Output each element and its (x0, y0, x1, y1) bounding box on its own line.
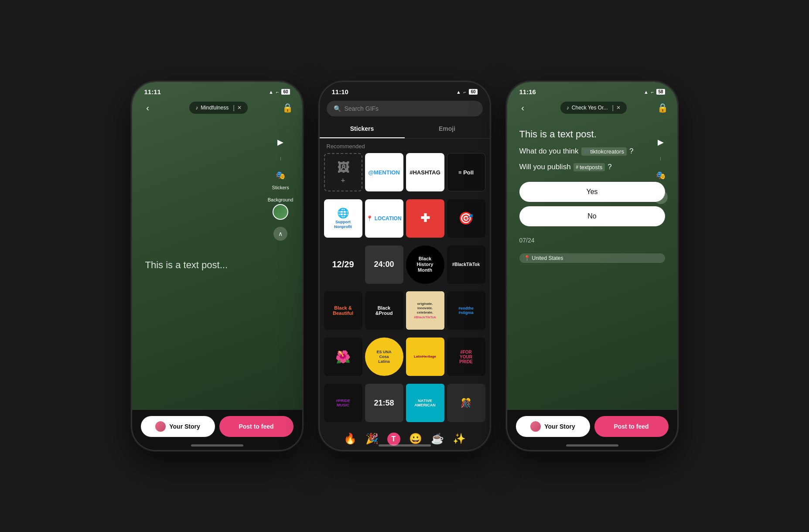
tiktok-icon: 🎵 (584, 149, 589, 154)
canvas-text-1[interactable]: This is a text post... (145, 259, 228, 271)
mention-tag-1[interactable]: 🎵 tiktokcreators (581, 147, 627, 156)
line3-prefix: Will you publish (519, 163, 571, 171)
mention-tag-2[interactable]: # textposts (573, 163, 605, 171)
add-photo-icon: 🖼 (337, 160, 349, 175)
emoji-coffee[interactable]: ☕ (431, 433, 444, 446)
sticker-location[interactable]: 📍 LOCATION (365, 199, 403, 238)
mention2-text: textposts (580, 164, 602, 171)
sticker-pride-music[interactable]: #PRIDEMUSIC (324, 384, 362, 422)
close-icon-3[interactable]: ✕ (616, 105, 621, 111)
location-pin-icon: 📍 (524, 255, 530, 261)
sticker-latin-heritage[interactable]: LatinHeritage (406, 338, 444, 376)
poll-text: ≡ Poll (458, 169, 474, 176)
tab-emoji[interactable]: Emoji (405, 120, 490, 138)
back-button-3[interactable]: ‹ (516, 101, 530, 115)
originate-text: originate.innovate.celebrate.#BlackTikTo… (413, 301, 437, 321)
sticker-support-nonprofit[interactable]: 🌐 SupportNonprofit (324, 199, 362, 238)
sticker-black-proud[interactable]: Black&Proud (365, 291, 403, 330)
sticker-clock-2400[interactable]: 24:00 (365, 246, 403, 284)
mention-text: @MENTION (368, 169, 400, 176)
sticker-misc[interactable]: 🎊 (447, 384, 485, 422)
sticker-add[interactable]: 🖼 + (324, 153, 362, 191)
status-bar-2: 11:10 ▲ ⌐ 60 (320, 82, 490, 97)
endthe-text: #endthe#stigma (458, 306, 474, 315)
sticker-originate[interactable]: originate.innovate.celebrate.#BlackTikTo… (406, 291, 444, 330)
health-icon: ✚ (420, 211, 430, 225)
phones-container: 11:11 ▲ ⌐ 60 ‹ ♪ Mindfulness | ✕ 🔒 (132, 82, 677, 450)
post-feed-button-3[interactable]: Post to feed (594, 416, 669, 437)
preview-canvas-3: This is a text post. What do you think 🎵… (507, 120, 677, 410)
location-text-3: United States (532, 255, 563, 261)
pride-text: #FORYOURPRIDE (459, 350, 473, 364)
search-bar-2[interactable]: 🔍 Search GIFs (327, 101, 483, 116)
play-icon-3[interactable]: ▶ (653, 134, 669, 150)
sticker-mention[interactable]: @MENTION (365, 153, 403, 191)
emoji-party[interactable]: 🎉 (365, 433, 379, 446)
background-tool-1[interactable]: Background (268, 197, 294, 220)
your-story-label-3: Your Story (544, 423, 575, 430)
poll-yes-3[interactable]: Yes (519, 182, 665, 202)
chevron-down-3[interactable]: ∨ (654, 190, 668, 204)
section-label-2: Recommended (320, 139, 490, 152)
date-text-3: 07/24 (519, 237, 665, 244)
cosa2-text: ES UNACosaLatina (375, 349, 392, 365)
sticker-health[interactable]: ✚ (406, 199, 444, 238)
search-placeholder-2: Search GIFs (345, 105, 379, 112)
sticker-time-2158[interactable]: 21:58 (365, 384, 403, 422)
stickers-tool-1[interactable]: 🎭 Stickers (272, 167, 289, 190)
nonprofit-text: SupportNonprofit (334, 220, 352, 229)
poll-no-3[interactable]: No (519, 206, 665, 226)
sticker-black-beautiful[interactable]: Black &Beautiful (324, 291, 362, 330)
battery-1: 60 (281, 89, 290, 95)
signal-icon-2: ▲ (456, 89, 461, 95)
chevron-up-1[interactable]: ∧ (273, 227, 287, 241)
emoji-t[interactable]: T (387, 433, 400, 446)
lock-button-1[interactable]: 🔒 (282, 102, 293, 113)
sticker-cosa-latina-2[interactable]: ES UNACosaLatina (365, 338, 403, 376)
line3-suffix: ? (608, 163, 611, 171)
sticker-black-history-month[interactable]: BlackHistoryMonth (406, 246, 444, 284)
sticker-date[interactable]: 12/29 (324, 246, 362, 284)
music-pill-3[interactable]: ♪ Check Yes Or... | ✕ (560, 102, 627, 114)
bp-text: Black&Proud (375, 305, 393, 316)
lock-button-3[interactable]: 🔒 (657, 102, 668, 113)
your-story-button-1[interactable]: Your Story (141, 416, 215, 437)
phone-2-screen: 11:10 ▲ ⌐ 60 🔍 Search GIFs Stickers Emoj… (320, 82, 490, 450)
wifi-icon-1: ⌐ (276, 89, 279, 95)
emoji-smile[interactable]: 😀 (409, 433, 422, 446)
music-pill-1[interactable]: ♪ Mindfulness | ✕ (189, 102, 248, 114)
your-story-label-1: Your Story (169, 423, 200, 430)
phone-1: 11:11 ▲ ⌐ 60 ‹ ♪ Mindfulness | ✕ 🔒 (132, 82, 302, 450)
home-indicator-3 (566, 444, 618, 447)
sticker-poll-circle[interactable]: 🎯 (447, 199, 485, 238)
time-3: 11:16 (519, 88, 536, 95)
line2-prefix: What do you think (519, 147, 579, 156)
search-icon-2: 🔍 (334, 105, 341, 112)
play-icon-1[interactable]: ▶ (273, 134, 288, 150)
avatar-1 (155, 421, 166, 432)
stickers-icon-1: 🎭 (273, 167, 288, 183)
status-icons-2: ▲ ⌐ 60 (456, 89, 477, 95)
wifi-icon-3: ⌐ (651, 89, 654, 95)
stickers-icon-3[interactable]: 🎭 (653, 167, 669, 183)
sticker-for-your-pride[interactable]: #FORYOURPRIDE (447, 338, 485, 376)
close-icon-1[interactable]: ✕ (237, 105, 242, 111)
back-button-1[interactable]: ‹ (141, 101, 155, 115)
sticker-endthe-stigma[interactable]: #endthe#stigma (447, 291, 485, 330)
status-icons-1: ▲ ⌐ 60 (269, 89, 290, 95)
cosa1-text: 🌺 (335, 350, 351, 364)
preview-line2: What do you think 🎵 tiktokcreators ? (519, 147, 665, 156)
music-close-3[interactable]: | (612, 104, 614, 111)
sticker-hashtag[interactable]: #HASHTAG (406, 153, 444, 191)
tab-stickers[interactable]: Stickers (320, 120, 405, 138)
music-close-1[interactable]: | (233, 104, 235, 111)
your-story-button-3[interactable]: Your Story (516, 416, 590, 437)
sticker-blacktiktok[interactable]: #BlackTikTok (447, 246, 485, 284)
sticker-cosa-latina-1[interactable]: 🌺 (324, 338, 362, 376)
post-feed-button-1[interactable]: Post to feed (219, 416, 294, 437)
emoji-fire[interactable]: 🔥 (344, 433, 357, 446)
sticker-native-american[interactable]: NATIVEAMERICAN (406, 384, 444, 422)
sticker-poll[interactable]: ≡ Poll (447, 153, 485, 191)
emoji-sparkle[interactable]: ✨ (453, 433, 466, 446)
plus-icon: + (341, 177, 345, 184)
